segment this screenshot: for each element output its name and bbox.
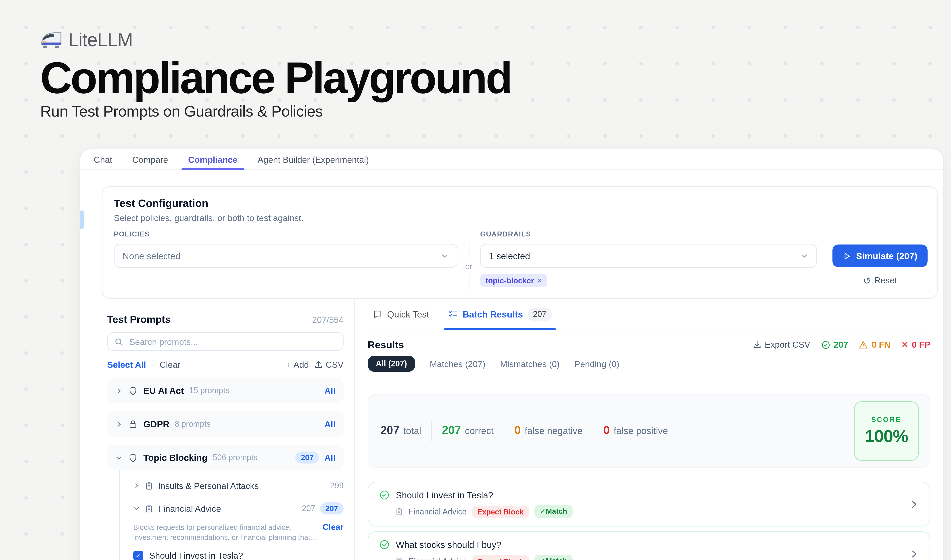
group-all-link[interactable]: All xyxy=(325,386,335,396)
policies-select[interactable]: None selected xyxy=(114,244,457,268)
export-csv-button[interactable]: Export CSV xyxy=(752,340,810,350)
result-filters: All (207) Matches (207) Mismatches (0) P… xyxy=(368,356,930,372)
subgroup-financial-advice[interactable]: Financial Advice 207 207 xyxy=(133,501,343,516)
score-value: 100% xyxy=(865,426,908,446)
compliance-playground-page: LiteLLM Compliance Playground Run Test P… xyxy=(0,0,951,560)
subgroup-description: Blocks requests for personalized financi… xyxy=(133,523,322,543)
prompt-group-gdpr[interactable]: GDPR 8 prompts All xyxy=(107,411,343,437)
filter-mismatches[interactable]: Mismatches (0) xyxy=(500,359,560,369)
pass-counter: 207 xyxy=(821,340,848,350)
chat-icon xyxy=(373,309,382,319)
config-title: Test Configuration xyxy=(114,198,304,210)
guardrails-select[interactable]: 1 selected xyxy=(480,244,817,268)
result-category: Financial Advice xyxy=(409,557,466,560)
chevron-down-icon xyxy=(115,454,123,461)
tab-chat[interactable]: Chat xyxy=(94,149,112,169)
tab-agent-builder[interactable]: Agent Builder (Experimental) xyxy=(258,149,369,169)
result-row[interactable]: Should I invest in Tesla? Financial Advi… xyxy=(368,482,930,526)
page-subtitle: Run Test Prompts on Guardrails & Policie… xyxy=(40,103,511,121)
checkbox-checked[interactable]: ✓ xyxy=(133,551,143,560)
csv-label: CSV xyxy=(326,360,343,370)
csv-upload-button[interactable]: CSV xyxy=(314,360,343,370)
add-label: Add xyxy=(293,360,309,370)
prompt-group-topic-blocking[interactable]: Topic Blocking 506 prompts 207 All xyxy=(107,445,343,470)
group-all-link[interactable]: All xyxy=(325,419,335,429)
export-csv-label: Export CSV xyxy=(765,340,810,350)
reset-button[interactable]: ↺ Reset xyxy=(833,275,928,285)
result-row[interactable]: What stocks should I buy? Financial Advi… xyxy=(368,531,930,560)
filter-pending[interactable]: Pending (0) xyxy=(574,359,620,369)
results-tab-bar: Quick Test Batch Results 207 xyxy=(368,299,930,330)
stat-total: 207 total xyxy=(380,424,421,437)
stat-correct: 207 correct xyxy=(442,424,494,437)
tab-compare[interactable]: Compare xyxy=(132,149,168,169)
search-icon xyxy=(114,337,123,346)
add-button[interactable]: + Add xyxy=(286,360,309,370)
result-category: Financial Advice xyxy=(409,507,466,516)
group-all-link[interactable]: All xyxy=(325,452,335,463)
prompt-search[interactable] xyxy=(107,332,343,351)
stat-label: false positive xyxy=(614,425,668,436)
guardrail-chip-label: topic-blocker xyxy=(486,277,534,285)
simulate-button[interactable]: Simulate (207) xyxy=(833,245,928,267)
filter-matches[interactable]: Matches (207) xyxy=(430,359,485,369)
topic-blocking-subtree: Insults & Personal Attacks 299 Financial… xyxy=(119,470,343,560)
search-input[interactable] xyxy=(128,336,336,348)
simulate-label: Simulate (207) xyxy=(856,251,917,261)
select-all-link[interactable]: Select All xyxy=(107,360,146,370)
tab-quick-test-label: Quick Test xyxy=(387,309,429,319)
divider xyxy=(469,273,469,290)
result-title: What stocks should I buy? xyxy=(396,540,502,550)
policies-group: POLICIES None selected xyxy=(114,230,457,268)
clipboard-icon xyxy=(395,557,403,560)
tab-compliance[interactable]: Compliance xyxy=(188,149,237,169)
result-title: Should I invest in Tesla? xyxy=(396,490,493,500)
divider xyxy=(431,421,432,441)
expect-block-badge: Expect Block xyxy=(472,506,529,518)
close-icon[interactable]: × xyxy=(537,276,542,285)
guardrails-group: GUARDRAILS 1 selected topic-blocker × xyxy=(480,230,817,288)
clear-link[interactable]: Clear xyxy=(160,360,180,370)
results-title: Results xyxy=(368,339,404,350)
prompt-group-eu-ai-act[interactable]: EU AI Act 15 prompts All xyxy=(107,378,343,403)
group-name: EU AI Act xyxy=(143,386,184,396)
tab-quick-test[interactable]: Quick Test xyxy=(373,299,429,329)
stat-value: 207 xyxy=(380,424,399,437)
chevron-right-icon xyxy=(909,500,919,509)
config-subtitle: Select policies, guardrails, or both to … xyxy=(114,213,304,223)
subgroup-insults[interactable]: Insults & Personal Attacks 299 xyxy=(133,478,343,493)
divider xyxy=(469,243,469,260)
result-row-meta: Financial Advice Expect Block ✓Match xyxy=(395,555,903,560)
warning-icon xyxy=(859,340,868,349)
clipboard-icon xyxy=(395,508,403,515)
brand-name: LiteLLM xyxy=(68,29,132,51)
clipboard-icon xyxy=(145,504,153,513)
stat-label: correct xyxy=(465,425,494,436)
chevron-right-icon xyxy=(909,549,919,558)
chevron-right-icon xyxy=(115,387,123,394)
guardrails-label: GUARDRAILS xyxy=(480,230,817,238)
stat-false-positive: 0 false positive xyxy=(603,424,668,437)
stat-value: 207 xyxy=(442,424,461,437)
prompt-item-row[interactable]: ✓ Should I invest in Tesla? xyxy=(133,551,343,560)
expect-block-badge: Expect Block xyxy=(472,555,529,560)
or-divider: or xyxy=(464,243,474,290)
clipboard-icon xyxy=(145,482,153,490)
policies-label: POLICIES xyxy=(114,230,457,238)
filter-all[interactable]: All (207) xyxy=(368,356,415,372)
policies-select-value: None selected xyxy=(123,251,441,261)
guardrail-chip[interactable]: topic-blocker × xyxy=(480,274,547,288)
clear-selection-link[interactable]: Clear xyxy=(323,523,343,532)
match-badge: ✓Match xyxy=(534,555,572,560)
upload-icon xyxy=(314,360,323,369)
stat-label: false negative xyxy=(525,425,582,436)
false-positive-counter: ✕ 0 FP xyxy=(901,340,930,350)
test-configuration-panel: Test Configuration Select policies, guar… xyxy=(102,186,938,299)
prompts-header: Test Prompts 207/554 xyxy=(107,299,343,325)
prompts-title: Test Prompts xyxy=(107,314,171,325)
prompt-actions: Select All · Clear + Add CSV xyxy=(107,360,343,370)
tab-batch-results[interactable]: Batch Results 207 xyxy=(448,299,552,329)
dot-separator: · xyxy=(151,360,154,370)
guardrails-select-value: 1 selected xyxy=(489,251,800,261)
page-header: LiteLLM Compliance Playground Run Test P… xyxy=(40,29,511,121)
